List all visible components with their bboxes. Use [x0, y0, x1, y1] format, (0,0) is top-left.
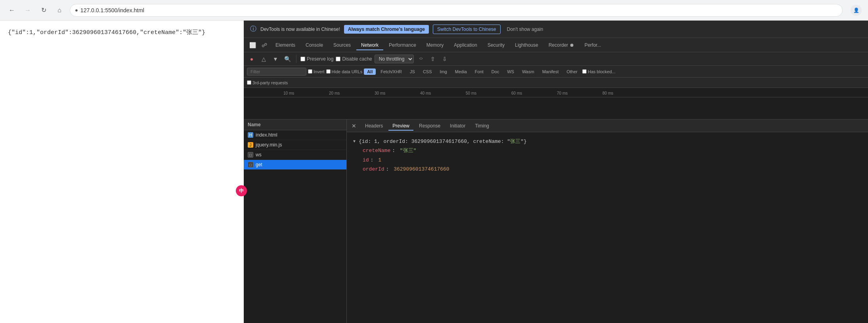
tick-70ms: 70 ms [557, 91, 568, 95]
preview-tab-initiator[interactable]: Initiator [446, 121, 469, 131]
upload-icon[interactable]: ⇧ [428, 54, 438, 64]
filter-fetch-xhr[interactable]: Fetch/XHR [377, 68, 405, 75]
filter-input[interactable] [247, 68, 306, 76]
page-content: {"id":1,"orderId":362909601374617660,"cr… [0, 21, 244, 323]
file-ws[interactable]: □ ws [244, 150, 346, 160]
tick-50ms: 50 ms [466, 91, 476, 95]
json-collapse-arrow[interactable]: ▼ [353, 138, 356, 145]
preview-content: ▼ {id: 1, orderId: 362909601374617660, c… [347, 132, 868, 323]
profile-button[interactable]: 👤 [851, 5, 862, 16]
throttle-select[interactable]: No throttling [375, 55, 414, 63]
hide-data-checkbox[interactable] [326, 69, 331, 74]
filter-other[interactable]: Other [563, 68, 581, 75]
tick-20ms: 20 ms [329, 91, 340, 95]
tab-lighthouse[interactable]: Lighthouse [510, 40, 543, 50]
filter-img[interactable]: Img [437, 68, 450, 75]
invert-text: Invert [314, 69, 325, 74]
reload-button[interactable]: ↻ [38, 5, 49, 16]
address-bar[interactable]: ● 127.0.0.1:5500/index.html [70, 4, 843, 17]
hide-data-text: Hide data URLs [332, 69, 363, 74]
third-party-label[interactable]: 3rd-party requests [247, 80, 288, 85]
filter-font[interactable]: Font [472, 68, 487, 75]
has-blocked-checkbox[interactable] [582, 69, 587, 74]
search-button[interactable]: 🔍 [283, 54, 292, 64]
tab-elements[interactable]: Elements [271, 40, 300, 50]
file-name-get: get [256, 162, 262, 167]
has-blocked-label[interactable]: Has blocked... [582, 69, 616, 74]
tab-application[interactable]: Application [449, 40, 482, 50]
network-toolbar: ● △ ▼ 🔍 Preserve log Disable cache No th… [244, 52, 868, 66]
forward-button[interactable]: → [22, 5, 33, 16]
json-key-orderid: orderId [363, 165, 384, 174]
device-icon[interactable]: ☍ [259, 40, 270, 51]
file-name-index-html: index.html [256, 132, 277, 138]
cursor-icon[interactable]: ⬜ [247, 40, 258, 51]
preview-tab-headers[interactable]: Headers [361, 121, 387, 131]
disable-cache-checkbox[interactable] [336, 57, 340, 61]
record-button[interactable]: ● [247, 54, 256, 64]
devtools-notification: ⓘ DevTools is now available in Chinese! … [244, 21, 868, 38]
close-preview-button[interactable]: ✕ [350, 122, 358, 130]
json-field-cretename: creteName : "张三" [363, 146, 862, 155]
invert-label[interactable]: Invert [308, 69, 325, 74]
disable-cache-label[interactable]: Disable cache [336, 56, 372, 62]
filter-media[interactable]: Media [452, 68, 470, 75]
tab-performance[interactable]: Performance [384, 40, 421, 50]
filter-manifest[interactable]: Manifest [539, 68, 562, 75]
translate-plugin-button[interactable]: 中 [236, 185, 247, 196]
preserve-log-label[interactable]: Preserve log [300, 56, 333, 62]
dismiss-button[interactable]: Don't show again [507, 27, 543, 32]
invert-checkbox[interactable] [308, 69, 312, 74]
tab-network[interactable]: Network [356, 40, 383, 50]
home-button[interactable]: ⌂ [54, 5, 65, 16]
filter-all[interactable]: All [364, 68, 376, 75]
json-val-id: 1 [378, 156, 381, 165]
filter-icon-button[interactable]: ▼ [271, 54, 280, 64]
json-object-content: creteName : "张三" id : 1 orderId : [353, 146, 862, 174]
tab-console[interactable]: Console [301, 40, 328, 50]
wifi-icon[interactable]: ⌔ [416, 54, 426, 64]
preview-panel: ✕ Headers Preview Response Initiator Tim… [347, 120, 868, 323]
tick-40ms: 40 ms [420, 91, 431, 95]
json-summary-text: {id: 1, orderId: 362909601374617660, cre… [359, 137, 527, 146]
file-index-html[interactable]: H index.html [244, 130, 346, 140]
preview-tab-timing[interactable]: Timing [471, 121, 493, 131]
hide-data-label[interactable]: Hide data URLs [326, 69, 363, 74]
preserve-log-checkbox[interactable] [300, 57, 305, 61]
filter-wasm[interactable]: Wasm [519, 68, 537, 75]
preserve-log-text: Preserve log [307, 56, 333, 62]
ws-file-icon: □ [248, 152, 253, 158]
third-party-checkbox[interactable] [247, 80, 251, 85]
network-body: Name H index.html J jquery.min.js □ ws □… [244, 120, 868, 323]
switch-chinese-button[interactable]: Switch DevTools to Chinese [433, 25, 501, 34]
lock-icon: ● [75, 7, 78, 13]
filter-doc[interactable]: Doc [488, 68, 503, 75]
third-party-text: 3rd-party requests [252, 80, 288, 85]
preview-tab-bar: ✕ Headers Preview Response Initiator Tim… [347, 120, 868, 132]
filter-bar: Invert Hide data URLs All Fetch/XHR JS C… [244, 66, 868, 78]
preview-tab-preview[interactable]: Preview [388, 121, 413, 131]
match-language-button[interactable]: Always match Chrome's language [344, 25, 429, 34]
tick-60ms: 60 ms [511, 91, 522, 95]
filter-ws[interactable]: WS [504, 68, 517, 75]
file-get[interactable]: □ get [244, 160, 346, 170]
filter-css[interactable]: CSS [420, 68, 435, 75]
disable-cache-text: Disable cache [342, 56, 372, 62]
tab-security[interactable]: Security [483, 40, 509, 50]
address-url: 127.0.0.1:5500/index.html [80, 7, 144, 13]
json-val-orderid: 362909601374617660 [394, 165, 449, 174]
file-jquery-min-js[interactable]: J jquery.min.js [244, 140, 346, 150]
download-icon[interactable]: ⇩ [440, 54, 449, 64]
tab-sources[interactable]: Sources [329, 40, 356, 50]
json-field-id: id : 1 [363, 156, 862, 165]
filter-js[interactable]: JS [407, 68, 418, 75]
browser-actions: 👤 [851, 5, 862, 16]
tab-memory[interactable]: Memory [422, 40, 448, 50]
tab-recorder[interactable]: Recorder ⏺ [544, 40, 579, 50]
json-key-id: id [363, 156, 369, 165]
clear-button[interactable]: △ [259, 54, 268, 64]
tab-performance2[interactable]: Perfor... [580, 40, 606, 50]
back-button[interactable]: ← [6, 5, 17, 16]
preview-tab-response[interactable]: Response [415, 121, 444, 131]
tick-30ms: 30 ms [375, 91, 385, 95]
